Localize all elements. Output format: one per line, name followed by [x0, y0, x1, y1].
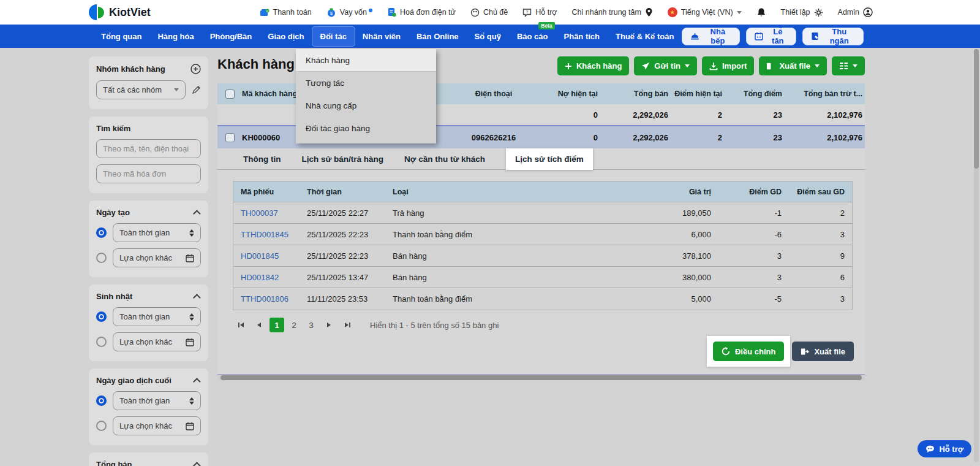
vertical-scrollbar[interactable]: [974, 49, 979, 462]
other-option-radio[interactable]: [96, 337, 107, 347]
nav-item-phong-ban[interactable]: Phòng/Bàn: [202, 27, 260, 46]
adjust-points-button[interactable]: Điều chỉnh: [713, 342, 784, 361]
svg-text:$: $: [330, 10, 333, 16]
last-page-button[interactable]: [339, 318, 355, 332]
collapse-icon[interactable]: [193, 378, 201, 386]
user-icon: [863, 7, 873, 17]
menu-item-nha-cung-cap[interactable]: Nhà cung cấp: [296, 94, 436, 117]
col-total-sold[interactable]: Tổng bán: [598, 90, 668, 98]
row-checkbox[interactable]: [225, 133, 235, 142]
cashier-button[interactable]: Thu ngân: [802, 28, 864, 45]
nav-item-hang-hoa[interactable]: Hàng hóa: [149, 27, 202, 46]
tab-no-can-thu[interactable]: Nợ cần thu từ khách: [404, 155, 485, 164]
nav-item-doi-tac[interactable]: Đối tác: [312, 27, 355, 46]
tab-lich-su-tich-diem[interactable]: Lịch sử tích điểm: [515, 155, 584, 164]
other-option-field[interactable]: Lựa chọn khác: [113, 416, 201, 435]
import-button[interactable]: Import: [702, 56, 754, 75]
account-menu[interactable]: Admin: [838, 7, 873, 17]
kitchen-button[interactable]: Nhà bếp: [682, 28, 740, 45]
voucher-link[interactable]: TTHD001845: [241, 230, 288, 239]
collapse-icon[interactable]: [193, 462, 201, 466]
collapse-icon[interactable]: [193, 294, 201, 302]
tab-thong-tin[interactable]: Thông tin: [243, 155, 281, 164]
all-time-radio[interactable]: [96, 227, 107, 238]
col-current-points[interactable]: Điểm hiện tại: [668, 90, 722, 98]
nav-item-nhan-vien[interactable]: Nhân viên: [355, 27, 409, 46]
menu-item-doi-tac-giao-hang[interactable]: Đối tác giao hàng: [296, 117, 436, 140]
brand-logo[interactable]: KiotViet: [89, 4, 151, 20]
export-file-button[interactable]: Xuất file: [759, 56, 827, 75]
col-phone[interactable]: Điện thoại: [448, 90, 540, 98]
collapse-icon[interactable]: [193, 210, 201, 218]
chevron-down-icon: [815, 64, 820, 67]
settings-link[interactable]: Thiết lập: [781, 8, 823, 17]
nav-item-so-quy[interactable]: Sổ quỹ: [467, 27, 509, 46]
beta-badge: Beta: [538, 22, 554, 29]
menu-item-khach-hang[interactable]: Khách hàng: [296, 49, 436, 72]
col-total-points[interactable]: Tổng điểm: [722, 90, 782, 98]
page-3-button[interactable]: 3: [304, 318, 318, 332]
all-time-select[interactable]: Toàn thời gian: [113, 391, 201, 410]
search-invoice-input[interactable]: [96, 164, 201, 183]
vertical-scrollbar-thumb[interactable]: [974, 49, 979, 169]
voucher-link[interactable]: HD001842: [241, 273, 279, 282]
notifications-button[interactable]: [756, 7, 766, 18]
other-option-field[interactable]: Lựa chọn khác: [113, 332, 201, 351]
page-1-button[interactable]: 1: [270, 318, 284, 332]
nav-item-thue-ke-toan[interactable]: Thuế & Kế toán: [608, 27, 682, 46]
tab-lich-su-ban-tra[interactable]: Lịch sử bán/trả hàng: [301, 155, 383, 164]
main-nav: Tổng quan Hàng hóa Phòng/Bàn Giao dịch Đ…: [0, 25, 980, 48]
all-time-select[interactable]: Toàn thời gian: [113, 307, 201, 326]
search-customer-input[interactable]: [96, 139, 201, 158]
summary-net: 2,102,976: [782, 110, 865, 120]
all-time-radio[interactable]: [96, 395, 107, 406]
send-message-button[interactable]: Gửi tin: [634, 56, 697, 75]
payment-link[interactable]: 0 Thanh toán: [260, 8, 312, 17]
other-option-radio[interactable]: [96, 253, 107, 263]
other-option-field[interactable]: Lựa chọn khác: [113, 248, 201, 267]
prev-page-button[interactable]: [251, 318, 267, 332]
einvoice-link[interactable]: Hoá đơn điện tử: [387, 7, 456, 17]
first-page-button[interactable]: [233, 318, 249, 332]
other-option-radio[interactable]: [96, 421, 107, 431]
col-net-sold[interactable]: Tổng bán trừ t...: [782, 90, 865, 98]
branch-selector[interactable]: Chi nhánh trung tâm: [572, 7, 653, 17]
language-selector[interactable]: ★ Tiếng Việt (VN): [668, 7, 742, 17]
page-2-button[interactable]: 2: [287, 318, 301, 332]
calendar-icon: [186, 338, 194, 346]
voucher-link[interactable]: TTHD001806: [241, 294, 288, 304]
columns-button[interactable]: [832, 56, 865, 75]
nav-item-giao-dich[interactable]: Giao dịch: [260, 27, 312, 46]
content: Nhóm khách hàng Tất cả các nhóm Tìm kiếm: [0, 48, 980, 466]
all-time-select[interactable]: Toàn thời gian: [113, 223, 201, 242]
support-link[interactable]: ? Hỗ trợ Beta: [522, 8, 557, 17]
support-chat-button[interactable]: Hỗ trợ: [918, 440, 971, 457]
active-tab-highlight: Lịch sử tích điểm: [506, 148, 593, 170]
export-points-button[interactable]: Xuất file: [792, 342, 854, 361]
voucher-link[interactable]: TH000037: [241, 208, 278, 218]
loan-link[interactable]: $ Vay vốn: [326, 7, 372, 17]
voucher-link[interactable]: HD001845: [241, 251, 279, 261]
all-time-radio[interactable]: [96, 311, 107, 322]
select-all-checkbox[interactable]: [225, 90, 235, 99]
nav-item-tong-quan[interactable]: Tổng quan: [93, 27, 149, 46]
add-customer-button[interactable]: Khách hàng: [557, 56, 629, 75]
menu-item-tuong-tac[interactable]: Tương tác: [296, 72, 436, 94]
nav-item-phan-tich[interactable]: Phân tích: [556, 27, 608, 46]
invoice-icon: [387, 7, 396, 17]
spinner-icon: [189, 313, 194, 321]
col-debt[interactable]: Nợ hiện tại: [540, 90, 598, 98]
theme-link[interactable]: Chủ đề: [470, 8, 508, 17]
page-title: Khách hàng: [217, 56, 295, 72]
points-row: TTHD001845 25/11/2025 22:23 Thanh toán b…: [233, 224, 852, 245]
edit-pencil-icon[interactable]: [192, 85, 201, 94]
horizontal-scrollbar-thumb[interactable]: [221, 375, 861, 380]
add-group-icon[interactable]: [190, 64, 201, 74]
refresh-icon: [722, 347, 730, 356]
nav-item-ban-online[interactable]: Bán Online: [409, 27, 467, 46]
next-page-button[interactable]: [321, 318, 337, 332]
horizontal-scrollbar[interactable]: [217, 374, 865, 381]
nav-item-bao-cao[interactable]: Báo cáo: [509, 27, 556, 46]
reception-button[interactable]: Lễ tân: [746, 28, 796, 45]
group-select[interactable]: Tất cả các nhóm: [96, 80, 186, 99]
